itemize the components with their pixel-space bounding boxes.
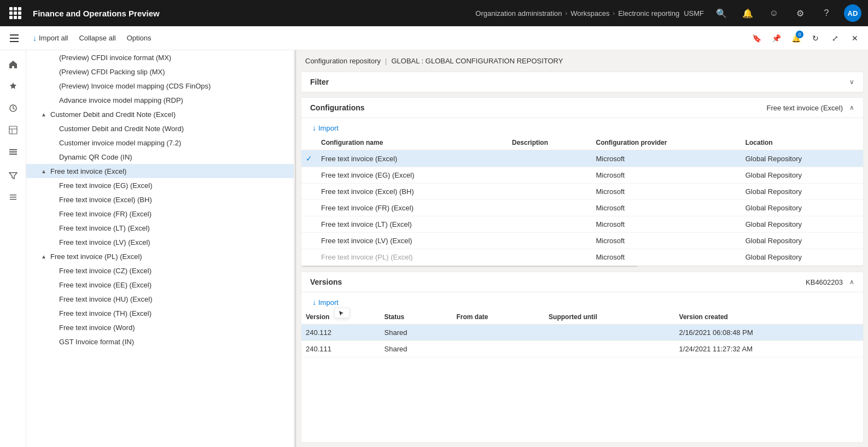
import-all-label: Import all xyxy=(39,34,68,42)
tree-label-7: Dynamic QR Code (IN) xyxy=(57,153,132,161)
tree-item-9[interactable]: Free text invoice (EG) (Excel) xyxy=(26,178,294,192)
config-row-desc-2 xyxy=(508,184,591,200)
tree-toggle-13 xyxy=(48,238,57,246)
config-row-provider-5: Microsoft xyxy=(591,233,741,249)
import-all-button[interactable]: ↓ Import all xyxy=(28,32,72,45)
config-row-name-2: Free text invoice (Excel) (BH) xyxy=(317,184,508,200)
tree-label-8: Free text invoice (Excel) xyxy=(48,167,126,175)
config-row-6[interactable]: Free text invoice (PL) (Excel)MicrosoftG… xyxy=(301,249,863,266)
nav-clock[interactable] xyxy=(3,98,23,118)
maximize-icon-btn[interactable]: ⤢ xyxy=(826,30,844,47)
filter-card-header[interactable]: Filter ∨ xyxy=(301,72,863,92)
config-row-2[interactable]: Free text invoice (Excel) (BH)MicrosoftG… xyxy=(301,184,863,200)
bc-chevron-2: › xyxy=(613,10,615,16)
versions-header[interactable]: Versions KB4602203 ∧ xyxy=(301,272,863,292)
configurations-title: Configurations xyxy=(310,103,365,112)
config-row-provider-0: Microsoft xyxy=(591,150,741,167)
tree-item-6[interactable]: Customer invoice model mapping (7.2) xyxy=(26,136,294,150)
config-row-4[interactable]: Free text invoice (LT) (Excel)MicrosoftG… xyxy=(301,216,863,233)
pin-icon-btn[interactable]: 📌 xyxy=(767,30,785,47)
tree-item-19[interactable]: Free text invoice (Word) xyxy=(26,320,294,334)
config-row-location-2: Global Repository xyxy=(741,184,863,200)
collapse-all-button[interactable]: Collapse all xyxy=(74,32,120,44)
hamburger-menu-button[interactable] xyxy=(4,28,24,48)
top-right-actions: USMF 🔍 🔔 ☺ ⚙ ? AD xyxy=(684,4,861,22)
tree-item-12[interactable]: Free text invoice (LT) (Excel) xyxy=(26,221,294,235)
right-panel: Configuration repository | GLOBAL : GLOB… xyxy=(296,50,868,447)
notification-icon-btn[interactable]: 🔔 0 xyxy=(787,30,805,47)
config-row-5[interactable]: Free text invoice (LV) (Excel)MicrosoftG… xyxy=(301,233,863,249)
breadcrumb-workspaces[interactable]: Workspaces xyxy=(570,9,609,17)
configurations-import-button[interactable]: ↓ Import xyxy=(306,120,345,136)
notification-count: 0 xyxy=(796,31,803,38)
smiley-button[interactable]: ☺ xyxy=(765,4,783,22)
filter-icon-area xyxy=(4,168,22,185)
versions-table-container: Version Status From date Supported until… xyxy=(301,310,863,357)
refresh-icon-btn[interactable]: ↻ xyxy=(807,30,824,47)
configurations-header-right: Free text invoice (Excel) ∧ xyxy=(767,104,854,112)
tree-item-20[interactable]: GST Invoice format (IN) xyxy=(26,334,294,349)
options-button[interactable]: Options xyxy=(123,32,156,44)
close-icon-btn[interactable]: ✕ xyxy=(846,30,864,47)
search-button[interactable]: 🔍 xyxy=(713,4,730,22)
config-row-1[interactable]: Free text invoice (EG) (Excel)MicrosoftG… xyxy=(301,167,863,184)
top-breadcrumb: Organization administration › Workspaces… xyxy=(475,9,679,17)
breadcrumb-org-admin[interactable]: Organization administration xyxy=(475,9,562,17)
versions-import-button[interactable]: ↓ Import xyxy=(306,295,345,310)
bookmark-icon-btn[interactable]: 🔖 xyxy=(748,30,765,47)
tree-item-10[interactable]: Free text invoice (Excel) (BH) xyxy=(26,192,294,207)
tree-item-16[interactable]: Free text invoice (EE) (Excel) xyxy=(26,278,294,292)
version-row-0[interactable]: 240.112Shared2/16/2021 06:08:48 PM xyxy=(301,325,863,341)
configurations-card: Configurations Free text invoice (Excel)… xyxy=(301,97,864,267)
tree-item-13[interactable]: Free text invoice (LV) (Excel) xyxy=(26,235,294,249)
avatar[interactable]: AD xyxy=(844,4,861,22)
tree-item-1[interactable]: (Preview) CFDI Packing slip (MX) xyxy=(26,64,294,79)
config-row-3[interactable]: Free text invoice (FR) (Excel)MicrosoftG… xyxy=(301,200,863,216)
second-toolbar: ↓ Import all Collapse all Options 🔖 📌 🔔 … xyxy=(0,26,868,50)
help-button[interactable]: ? xyxy=(818,4,835,22)
tree-item-14[interactable]: ▲Free text invoice (PL) (Excel) xyxy=(26,249,294,263)
config-row-desc-4 xyxy=(508,216,591,233)
nav-star[interactable] xyxy=(3,77,23,96)
nav-home[interactable] xyxy=(3,55,23,74)
tree-item-2[interactable]: (Preview) Invoice model mapping (CDS Fin… xyxy=(26,79,294,93)
tree-item-3[interactable]: Advance invoice model mapping (RDP) xyxy=(26,93,294,107)
settings-button[interactable]: ⚙ xyxy=(791,4,809,22)
tree-item-5[interactable]: Customer Debit and Credit Note (Word) xyxy=(26,121,294,136)
nav-table[interactable] xyxy=(3,120,23,140)
tree-label-6: Customer invoice model mapping (7.2) xyxy=(57,139,181,147)
tree-item-0[interactable]: (Preview) CFDI invoice format (MX) xyxy=(26,50,294,64)
app-title: Finance and Operations Preview xyxy=(28,9,471,18)
tree-toggle-0 xyxy=(48,53,57,62)
version-row-1[interactable]: 240.111Shared1/24/2021 11:27:32 AM xyxy=(301,341,863,357)
tree-item-8[interactable]: ▲Free text invoice (Excel) xyxy=(26,164,294,178)
col-from-date: From date xyxy=(452,310,544,325)
versions-table: Version Status From date Supported until… xyxy=(301,310,863,357)
breadcrumb-er[interactable]: Electronic reporting xyxy=(618,9,679,17)
notification-button[interactable]: 🔔 xyxy=(739,4,756,22)
tree-item-15[interactable]: Free text invoice (CZ) (Excel) xyxy=(26,263,294,278)
versions-title: Versions xyxy=(310,278,342,286)
tree-item-4[interactable]: ▲Customer Debit and Credit Note (Excel) xyxy=(26,107,294,121)
tree-item-11[interactable]: Free text invoice (FR) (Excel) xyxy=(26,207,294,221)
tree-item-17[interactable]: Free text invoice (HU) (Excel) xyxy=(26,292,294,306)
col-description: Description xyxy=(508,136,591,150)
horiz-scrollbar[interactable] xyxy=(301,266,863,267)
tree-label-14: Free text invoice (PL) (Excel) xyxy=(48,252,142,261)
tree-toggle-2 xyxy=(48,81,57,90)
app-grid-button[interactable] xyxy=(7,4,24,22)
tree-toggle-9 xyxy=(48,181,57,190)
versions-card: Versions KB4602203 ∧ ↓ Import xyxy=(301,272,864,443)
nav-list[interactable] xyxy=(3,142,23,162)
tree-item-18[interactable]: Free text invoice (TH) (Excel) xyxy=(26,306,294,320)
filter-icon xyxy=(9,172,18,180)
configurations-header[interactable]: Configurations Free text invoice (Excel)… xyxy=(301,98,863,118)
configurations-chevron-icon: ∧ xyxy=(849,104,854,111)
config-row-name-1: Free text invoice (EG) (Excel) xyxy=(317,167,508,184)
checkmark-icon: ✓ xyxy=(306,154,312,163)
tree-item-7[interactable]: Dynamic QR Code (IN) xyxy=(26,150,294,164)
filter-card: Filter ∨ xyxy=(301,72,864,93)
tree-toggle-12 xyxy=(48,224,57,232)
config-row-0[interactable]: ✓Free text invoice (Excel)MicrosoftGloba… xyxy=(301,150,863,167)
version-row-0-supported-until xyxy=(544,325,674,341)
